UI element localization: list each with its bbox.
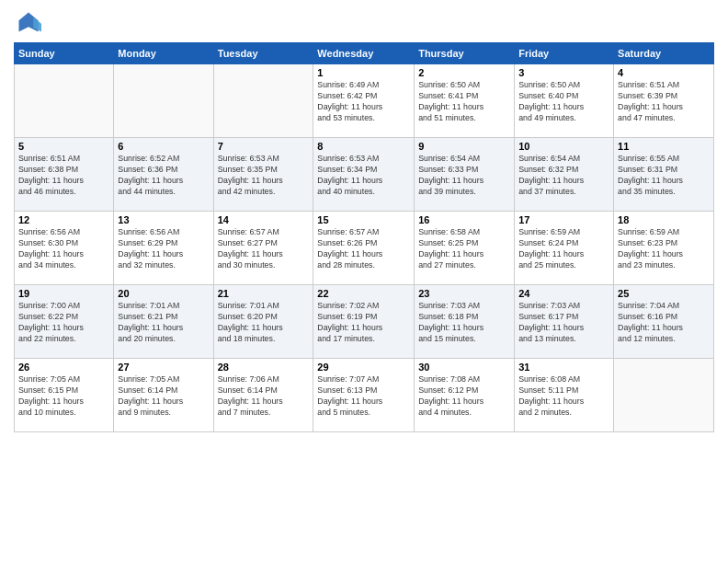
week-row-0: 1Sunrise: 6:49 AM Sunset: 6:42 PM Daylig… [15, 64, 714, 138]
day-cell: 13Sunrise: 6:56 AM Sunset: 6:29 PM Dayli… [114, 212, 213, 285]
week-row-1: 5Sunrise: 6:51 AM Sunset: 6:38 PM Daylig… [15, 138, 714, 212]
day-cell: 23Sunrise: 7:03 AM Sunset: 6:18 PM Dayli… [415, 285, 515, 359]
day-header-thursday: Thursday [415, 43, 515, 64]
day-info: Sunrise: 7:05 AM Sunset: 6:14 PM Dayligh… [118, 374, 209, 419]
day-cell: 10Sunrise: 6:54 AM Sunset: 6:32 PM Dayli… [515, 138, 614, 212]
day-cell: 5Sunrise: 6:51 AM Sunset: 6:38 PM Daylig… [15, 138, 114, 212]
day-info: Sunrise: 6:53 AM Sunset: 6:35 PM Dayligh… [218, 154, 310, 198]
day-number: 9 [418, 141, 510, 152]
day-number: 13 [118, 214, 209, 225]
day-header-sunday: Sunday [15, 43, 114, 64]
day-cell: 8Sunrise: 6:53 AM Sunset: 6:34 PM Daylig… [313, 138, 415, 212]
day-info: Sunrise: 7:03 AM Sunset: 6:17 PM Dayligh… [518, 301, 609, 345]
day-cell: 19Sunrise: 7:00 AM Sunset: 6:22 PM Dayli… [15, 285, 114, 359]
day-number: 23 [418, 288, 510, 299]
day-info: Sunrise: 6:08 AM Sunset: 5:11 PM Dayligh… [518, 374, 609, 419]
day-header-tuesday: Tuesday [213, 43, 313, 64]
day-info: Sunrise: 7:05 AM Sunset: 6:15 PM Dayligh… [18, 374, 109, 419]
day-number: 12 [18, 214, 109, 225]
day-number: 29 [317, 362, 410, 373]
day-cell: 11Sunrise: 6:55 AM Sunset: 6:31 PM Dayli… [614, 138, 714, 212]
day-cell: 9Sunrise: 6:54 AM Sunset: 6:33 PM Daylig… [415, 138, 515, 212]
day-number: 10 [518, 141, 609, 152]
days-header-row: SundayMondayTuesdayWednesdayThursdayFrid… [15, 43, 714, 64]
day-number: 11 [618, 141, 710, 152]
page: SundayMondayTuesdayWednesdayThursdayFrid… [0, 0, 728, 563]
day-info: Sunrise: 7:02 AM Sunset: 6:19 PM Dayligh… [317, 301, 410, 345]
week-row-3: 19Sunrise: 7:00 AM Sunset: 6:22 PM Dayli… [15, 285, 714, 359]
day-info: Sunrise: 6:49 AM Sunset: 6:42 PM Dayligh… [317, 80, 410, 124]
day-number: 4 [618, 67, 710, 78]
day-cell: 4Sunrise: 6:51 AM Sunset: 6:39 PM Daylig… [614, 64, 714, 138]
day-cell: 25Sunrise: 7:04 AM Sunset: 6:16 PM Dayli… [614, 285, 714, 359]
day-info: Sunrise: 6:56 AM Sunset: 6:30 PM Dayligh… [18, 227, 109, 271]
day-info: Sunrise: 6:57 AM Sunset: 6:27 PM Dayligh… [218, 227, 310, 271]
day-cell: 14Sunrise: 6:57 AM Sunset: 6:27 PM Dayli… [213, 212, 313, 285]
day-cell: 3Sunrise: 6:50 AM Sunset: 6:40 PM Daylig… [515, 64, 614, 138]
day-number: 6 [118, 141, 209, 152]
day-info: Sunrise: 6:59 AM Sunset: 6:24 PM Dayligh… [518, 227, 609, 271]
day-header-monday: Monday [114, 43, 213, 64]
day-cell [15, 64, 114, 138]
day-info: Sunrise: 6:54 AM Sunset: 6:33 PM Dayligh… [418, 154, 510, 198]
day-cell: 7Sunrise: 6:53 AM Sunset: 6:35 PM Daylig… [213, 138, 313, 212]
day-number: 30 [418, 362, 510, 373]
day-header-wednesday: Wednesday [313, 43, 415, 64]
header [14, 9, 714, 35]
day-cell: 18Sunrise: 6:59 AM Sunset: 6:23 PM Dayli… [614, 212, 714, 285]
day-number: 2 [418, 67, 510, 78]
day-info: Sunrise: 6:54 AM Sunset: 6:32 PM Dayligh… [518, 154, 609, 198]
day-number: 18 [618, 214, 710, 225]
day-info: Sunrise: 7:04 AM Sunset: 6:16 PM Dayligh… [618, 301, 710, 345]
day-number: 26 [18, 362, 109, 373]
day-info: Sunrise: 6:56 AM Sunset: 6:29 PM Dayligh… [118, 227, 209, 271]
day-info: Sunrise: 6:53 AM Sunset: 6:34 PM Dayligh… [317, 154, 410, 198]
day-number: 28 [218, 362, 310, 373]
day-number: 27 [118, 362, 209, 373]
day-cell: 20Sunrise: 7:01 AM Sunset: 6:21 PM Dayli… [114, 285, 213, 359]
day-cell: 16Sunrise: 6:58 AM Sunset: 6:25 PM Dayli… [415, 212, 515, 285]
day-cell: 21Sunrise: 7:01 AM Sunset: 6:20 PM Dayli… [213, 285, 313, 359]
day-cell: 26Sunrise: 7:05 AM Sunset: 6:15 PM Dayli… [15, 359, 114, 432]
day-number: 14 [218, 214, 310, 225]
day-cell: 1Sunrise: 6:49 AM Sunset: 6:42 PM Daylig… [313, 64, 415, 138]
day-cell: 6Sunrise: 6:52 AM Sunset: 6:36 PM Daylig… [114, 138, 213, 212]
day-cell: 28Sunrise: 7:06 AM Sunset: 6:14 PM Dayli… [213, 359, 313, 432]
day-cell: 12Sunrise: 6:56 AM Sunset: 6:30 PM Dayli… [15, 212, 114, 285]
day-info: Sunrise: 7:00 AM Sunset: 6:22 PM Dayligh… [18, 301, 109, 345]
day-header-saturday: Saturday [614, 43, 714, 64]
logo [14, 9, 41, 35]
day-number: 20 [118, 288, 209, 299]
day-info: Sunrise: 6:52 AM Sunset: 6:36 PM Dayligh… [118, 154, 209, 198]
day-cell: 27Sunrise: 7:05 AM Sunset: 6:14 PM Dayli… [114, 359, 213, 432]
day-cell: 29Sunrise: 7:07 AM Sunset: 6:13 PM Dayli… [313, 359, 415, 432]
day-info: Sunrise: 6:59 AM Sunset: 6:23 PM Dayligh… [618, 227, 710, 271]
day-cell: 31Sunrise: 6:08 AM Sunset: 5:11 PM Dayli… [515, 359, 614, 432]
day-cell: 15Sunrise: 6:57 AM Sunset: 6:26 PM Dayli… [313, 212, 415, 285]
day-cell: 24Sunrise: 7:03 AM Sunset: 6:17 PM Dayli… [515, 285, 614, 359]
day-number: 31 [518, 362, 609, 373]
calendar: SundayMondayTuesdayWednesdayThursdayFrid… [14, 42, 714, 432]
week-row-2: 12Sunrise: 6:56 AM Sunset: 6:30 PM Dayli… [15, 212, 714, 285]
day-number: 19 [18, 288, 109, 299]
logo-icon [16, 9, 41, 35]
day-number: 5 [18, 141, 109, 152]
day-info: Sunrise: 6:50 AM Sunset: 6:40 PM Dayligh… [518, 80, 609, 124]
day-number: 15 [317, 214, 410, 225]
day-number: 1 [317, 67, 410, 78]
day-info: Sunrise: 6:57 AM Sunset: 6:26 PM Dayligh… [317, 227, 410, 271]
day-cell [213, 64, 313, 138]
day-info: Sunrise: 6:58 AM Sunset: 6:25 PM Dayligh… [418, 227, 510, 271]
day-number: 8 [317, 141, 410, 152]
day-header-friday: Friday [515, 43, 614, 64]
day-cell: 17Sunrise: 6:59 AM Sunset: 6:24 PM Dayli… [515, 212, 614, 285]
day-info: Sunrise: 6:55 AM Sunset: 6:31 PM Dayligh… [618, 154, 710, 198]
day-number: 24 [518, 288, 609, 299]
day-info: Sunrise: 6:51 AM Sunset: 6:39 PM Dayligh… [618, 80, 710, 124]
day-cell: 30Sunrise: 7:08 AM Sunset: 6:12 PM Dayli… [415, 359, 515, 432]
day-cell: 2Sunrise: 6:50 AM Sunset: 6:41 PM Daylig… [415, 64, 515, 138]
day-info: Sunrise: 7:06 AM Sunset: 6:14 PM Dayligh… [218, 374, 310, 419]
day-info: Sunrise: 6:51 AM Sunset: 6:38 PM Dayligh… [18, 154, 109, 198]
day-cell [614, 359, 714, 432]
day-number: 7 [218, 141, 310, 152]
